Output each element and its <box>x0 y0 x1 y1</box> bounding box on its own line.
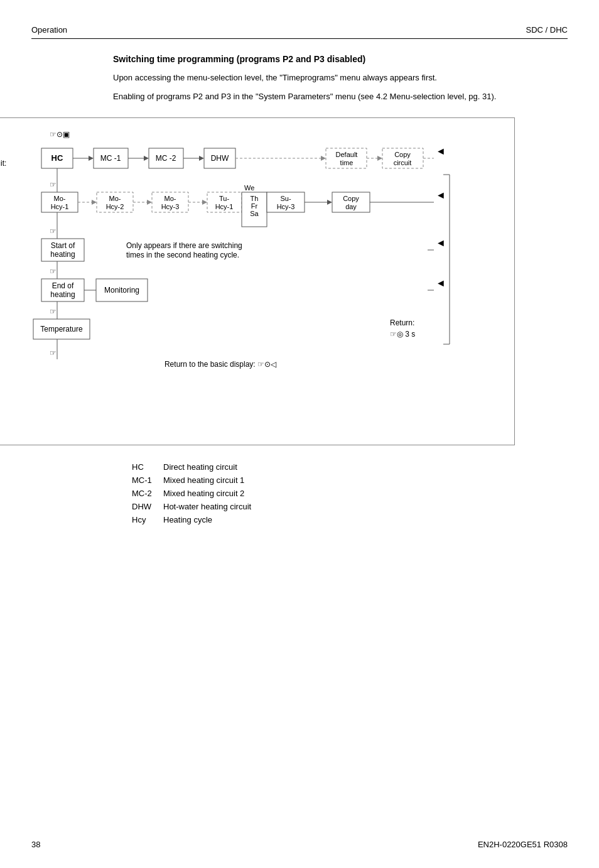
svg-text:time: time <box>340 159 353 166</box>
legend-code: Hcy <box>132 513 163 526</box>
legend-desc: Hot-water heating circuit <box>163 500 261 513</box>
svg-text:Sa: Sa <box>250 210 259 217</box>
page: Operation SDC / DHC Switching time progr… <box>0 0 599 868</box>
svg-text:heating: heating <box>50 290 75 299</box>
prog-icon-r6: ☞ <box>50 349 57 357</box>
svg-text:Mo-: Mo- <box>54 195 66 202</box>
footer-page: 38 <box>31 840 40 849</box>
legend-code: DHW <box>132 500 163 513</box>
arrow-3 <box>199 156 204 161</box>
prog-icon-r0: ☞⊙▣ <box>50 130 70 139</box>
legend-desc: Direct heating circuit <box>163 460 261 474</box>
legend-code: MC-2 <box>132 487 163 500</box>
prog-icon-r5: ☞ <box>50 307 57 316</box>
svg-text:Su-: Su- <box>280 195 291 202</box>
svg-text:DHW: DHW <box>211 154 229 163</box>
svg-text:HC: HC <box>51 153 63 163</box>
svg-text:◄: ◄ <box>436 190 446 200</box>
legend-desc: Mixed heating circuit 2 <box>163 487 261 500</box>
header-right: SDC / DHC <box>526 25 568 35</box>
svg-text:◄: ◄ <box>436 278 446 288</box>
arrow-4 <box>321 156 326 161</box>
return-label: Return: <box>390 318 414 327</box>
legend-code: MC-1 <box>132 474 163 487</box>
legend-row: DHWHot-water heating circuit <box>132 500 261 513</box>
arrow-r2-1 <box>92 200 97 205</box>
svg-text:◄: ◄ <box>436 146 446 156</box>
note-text-1: Only appears if there are switching <box>126 241 242 250</box>
arrow-r2-2 <box>147 200 152 205</box>
legend-desc: Mixed heating circuit 1 <box>163 474 261 487</box>
note-text-2: times in the second heating cycle. <box>126 251 239 259</box>
return-basic-display: Return to the basic display: ☞⊙◁ <box>165 360 277 369</box>
svg-text:◄: ◄ <box>436 237 446 248</box>
diagram-container: ☞⊙▣ Select heating circuit: ◎ HC MC -1 M… <box>0 117 515 445</box>
svg-text:heating circuit:: heating circuit: <box>0 159 6 168</box>
svg-text:heating: heating <box>50 250 75 259</box>
diagram-svg: ☞⊙▣ Select heating circuit: ◎ HC MC -1 M… <box>0 118 515 445</box>
section-para1: Upon accessing the menu-selection level,… <box>113 72 568 84</box>
svg-text:Fr: Fr <box>251 202 258 210</box>
svg-text:Hcy-3: Hcy-3 <box>161 203 180 210</box>
svg-text:Hcy-1: Hcy-1 <box>51 203 69 210</box>
svg-text:Hcy-1: Hcy-1 <box>215 203 234 210</box>
section-para2: Enabling of programs P2 and P3 in the "S… <box>113 90 568 103</box>
svg-text:MC -2: MC -2 <box>156 154 176 163</box>
prog-icon-r2: ☞ <box>50 180 57 189</box>
legend-row: HCDirect heating circuit <box>132 460 261 474</box>
arrow-r2-3 <box>202 200 207 205</box>
legend-row: HcyHeating cycle <box>132 513 261 526</box>
arrow-r2-4 <box>327 200 332 205</box>
legend-desc: Heating cycle <box>163 513 261 526</box>
svg-text:Hcy-2: Hcy-2 <box>106 203 124 210</box>
svg-text:day: day <box>345 203 357 210</box>
arrow-5 <box>377 156 382 161</box>
legend-row: MC-1Mixed heating circuit 1 <box>132 474 261 487</box>
svg-text:Monitoring: Monitoring <box>104 286 139 295</box>
svg-text:circuit: circuit <box>394 159 412 166</box>
svg-text:Mo-: Mo- <box>109 195 121 202</box>
svg-text:Tu-: Tu- <box>219 195 229 202</box>
footer-doc: EN2H-0220GE51 R0308 <box>478 840 568 849</box>
prog-icon-r3: ☞ <box>50 227 57 236</box>
header-bar: Operation SDC / DHC <box>31 25 568 39</box>
svg-text:We: We <box>244 184 254 192</box>
svg-text:Copy: Copy <box>343 195 359 202</box>
svg-text:Start of: Start of <box>51 241 75 250</box>
legend-code: HC <box>132 460 163 474</box>
svg-text:Th: Th <box>251 195 259 202</box>
svg-text:Mo-: Mo- <box>165 195 176 202</box>
svg-text:Hcy-3: Hcy-3 <box>277 203 295 210</box>
arrow-1 <box>89 156 94 161</box>
svg-text:Temperature: Temperature <box>40 325 83 334</box>
svg-text:Default: Default <box>336 151 358 158</box>
content-area: Switching time programming (programs P2 … <box>113 54 568 102</box>
legend-table: HCDirect heating circuitMC-1Mixed heatin… <box>132 460 568 526</box>
svg-text:Copy: Copy <box>394 151 411 158</box>
header-left: Operation <box>31 25 67 35</box>
arrow-2 <box>144 156 149 161</box>
prog-icon-r4: ☞ <box>50 267 57 276</box>
svg-text:End of: End of <box>52 281 74 290</box>
svg-text:MC -1: MC -1 <box>100 154 121 163</box>
return-time: ☞◎ 3 s <box>390 330 415 339</box>
legend-row: MC-2Mixed heating circuit 2 <box>132 487 261 500</box>
footer-bar: 38 EN2H-0220GE51 R0308 <box>31 840 568 849</box>
section-title: Switching time programming (programs P2 … <box>113 54 568 64</box>
